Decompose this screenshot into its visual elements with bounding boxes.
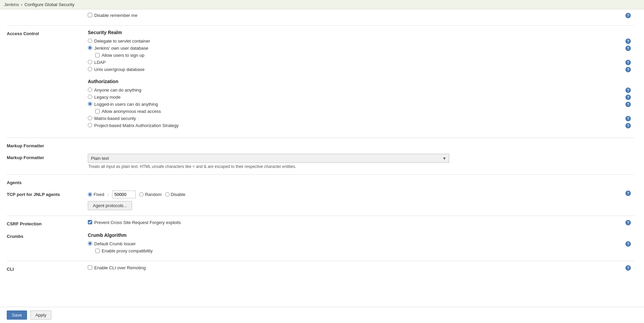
crumb-default-help-icon[interactable]: ? (625, 241, 631, 247)
crumb-default-radio[interactable] (88, 241, 92, 246)
security-realm-heading: Security Realm (88, 30, 635, 35)
auth-matrix-label[interactable]: Matrix-based security (94, 116, 136, 121)
disable-remember-me-checkbox[interactable] (88, 13, 92, 17)
auth-project-radio[interactable] (88, 123, 92, 127)
allow-signup-label[interactable]: Allow users to sign up (102, 53, 144, 58)
enable-cli-checkbox[interactable] (88, 265, 92, 270)
markup-formatter-hint: Treats all input as plain text. HTML uns… (88, 164, 635, 169)
markup-formatter-select[interactable]: Plain text Safe HTML (88, 154, 449, 163)
markup-formatter-field-section: Markup Formatter Plain text Safe HTML ▼ … (7, 154, 635, 169)
sr-jenkins-radio[interactable] (88, 46, 92, 50)
auth-loggedin-row: Logged-in users can do anything Allow an… (88, 102, 635, 116)
disable-remember-me-help-icon[interactable]: ? (625, 13, 631, 18)
auth-legacy-radio[interactable] (88, 95, 92, 99)
prevent-csrf-label[interactable]: Prevent Cross Site Request Forgery explo… (94, 220, 181, 225)
sr-delegate-radio[interactable] (88, 39, 92, 43)
auth-loggedin-help-icon[interactable]: ? (625, 102, 631, 107)
allow-anonymous-suboption: Allow anonymous read access (95, 109, 635, 114)
crumb-algorithm-heading: Crumb Algorithm (88, 232, 635, 238)
auth-project-label[interactable]: Project-based Matrix Authorization Strat… (94, 123, 179, 128)
auth-loggedin-radio[interactable] (88, 102, 92, 106)
authorization-heading: Authorization (88, 79, 635, 84)
crumb-default-label[interactable]: Default Crumb Issuer (94, 241, 136, 246)
tcp-port-content: Fixed : Random Disable (88, 191, 635, 210)
proxy-compat-label[interactable]: Enable proxy compatibility (102, 248, 153, 253)
sr-ldap-radio[interactable] (88, 60, 92, 64)
crumbs-section: Crumbs Crumb Algorithm Default Crumb Iss… (7, 232, 635, 255)
prevent-csrf-checkbox[interactable] (88, 220, 92, 224)
auth-anyone-row: Anyone can do anything ? (88, 88, 635, 95)
sr-ldap-help-icon[interactable]: ? (625, 60, 631, 65)
auth-matrix-row: Matrix-based security ? (88, 116, 635, 123)
allow-anonymous-checkbox[interactable] (95, 109, 100, 114)
proxy-compat-checkbox[interactable] (95, 249, 100, 253)
csrf-content: Prevent Cross Site Request Forgery explo… (88, 220, 635, 227)
markup-formatter-section-label: Markup Formatter (7, 142, 88, 148)
disable-remember-me-label-col (7, 13, 88, 20)
auth-project-row: Project-based Matrix Authorization Strat… (88, 123, 635, 130)
agent-protocols-button[interactable]: Agent protocols... (88, 201, 132, 210)
tcp-port-help-icon[interactable]: ? (625, 191, 631, 196)
auth-project-help-icon[interactable]: ? (625, 123, 631, 128)
allow-anonymous-label[interactable]: Allow anonymous read access (102, 109, 161, 114)
sr-ldap-row: LDAP ? (88, 60, 635, 67)
sr-jenkins-help-icon[interactable]: ? (625, 46, 631, 51)
tcp-port-input[interactable] (112, 191, 136, 198)
crumbs-content: Crumb Algorithm Default Crumb Issuer Ena… (88, 232, 635, 255)
enable-cli-label[interactable]: Enable CLI over Remoting (94, 265, 146, 270)
disable-remember-me-section: Disable remember me ? (7, 13, 635, 20)
auth-anyone-radio[interactable] (88, 88, 92, 92)
cli-section: CLI Enable CLI over Remoting ? (7, 265, 635, 272)
tcp-port-label: TCP port for JNLP agents (7, 191, 88, 210)
sr-delegate-label[interactable]: Delegate to servlet container (94, 39, 150, 44)
sr-delegate-row: Delegate to servlet container ? (88, 39, 635, 46)
cli-section-label: CLI (7, 265, 88, 272)
sr-jenkins-row: Jenkins' own user database Allow users t… (88, 46, 635, 60)
sr-unix-help-icon[interactable]: ? (625, 67, 631, 72)
access-control-label: Access Control (7, 30, 88, 132)
sr-delegate-help-icon[interactable]: ? (625, 39, 631, 44)
sr-unix-label[interactable]: Unix user/group database (94, 67, 145, 72)
sr-jenkins-label[interactable]: Jenkins' own user database (94, 46, 148, 51)
breadcrumb-jenkins-link[interactable]: Jenkins (4, 2, 19, 7)
disable-remember-me-content: Disable remember me ? (88, 13, 635, 20)
cli-help-icon[interactable]: ? (625, 265, 631, 271)
markup-formatter-content (88, 142, 635, 148)
markup-formatter-select-wrapper: Plain text Safe HTML ▼ (88, 154, 449, 163)
markup-formatter-section: Markup Formatter (7, 142, 635, 148)
tcp-fixed-radio[interactable] (88, 192, 92, 197)
breadcrumb: Jenkins › Configure Global Security (0, 0, 644, 9)
csrf-section: CSRF Protection Prevent Cross Site Reque… (7, 220, 635, 227)
auth-matrix-help-icon[interactable]: ? (625, 116, 631, 121)
auth-anyone-help-icon[interactable]: ? (625, 88, 631, 93)
tcp-colon: : (108, 192, 109, 197)
disable-remember-me-text[interactable]: Disable remember me (94, 13, 137, 18)
markup-formatter-field-label: Markup Formatter (7, 154, 88, 169)
sr-unix-radio[interactable] (88, 67, 92, 71)
main-content: Disable remember me ? Access Control Sec… (0, 9, 642, 305)
tcp-random-radio[interactable] (139, 192, 144, 197)
crumb-default-row: Default Crumb Issuer Enable proxy compat… (88, 241, 635, 255)
authorization-block: Authorization Anyone can do anything ? (88, 79, 635, 130)
breadcrumb-current: Configure Global Security (24, 2, 74, 7)
auth-matrix-radio[interactable] (88, 116, 92, 120)
tcp-disable-radio[interactable] (165, 192, 170, 197)
agents-section: Agents (7, 179, 635, 185)
csrf-section-label: CSRF Protection (7, 220, 88, 227)
cli-content: Enable CLI over Remoting ? (88, 265, 635, 272)
sr-ldap-label[interactable]: LDAP (94, 60, 106, 65)
allow-signup-checkbox[interactable] (95, 53, 100, 57)
markup-formatter-field-content: Plain text Safe HTML ▼ Treats all input … (88, 154, 635, 169)
auth-anyone-label[interactable]: Anyone can do anything (94, 88, 141, 93)
auth-loggedin-label[interactable]: Logged-in users can do anything (94, 102, 158, 107)
tcp-fixed-label[interactable]: Fixed (94, 192, 104, 197)
auth-legacy-help-icon[interactable]: ? (625, 95, 631, 100)
allow-signup-suboption: Allow users to sign up (95, 53, 635, 58)
security-realm-block: Security Realm Delegate to servlet conta… (88, 30, 635, 74)
proxy-compat-suboption: Enable proxy compatibility (95, 248, 635, 253)
tcp-random-label[interactable]: Random (145, 192, 161, 197)
disable-remember-me-option: Disable remember me (88, 13, 635, 18)
tcp-disable-label[interactable]: Disable (171, 192, 185, 197)
auth-legacy-label[interactable]: Legacy mode (94, 95, 121, 100)
csrf-help-icon[interactable]: ? (625, 220, 631, 225)
